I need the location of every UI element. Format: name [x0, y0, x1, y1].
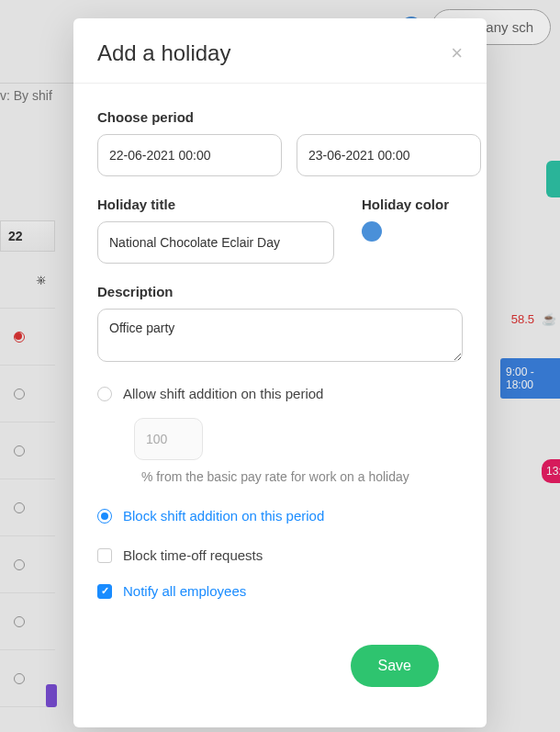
save-button[interactable]: Save — [351, 645, 439, 687]
period-label: Choose period — [97, 109, 463, 125]
modal-title: Add a holiday — [97, 40, 230, 66]
holiday-title-input[interactable] — [97, 221, 334, 264]
notify-employees-label: Notify all employees — [123, 583, 246, 599]
close-button[interactable]: × — [451, 43, 463, 63]
description-label: Description — [97, 284, 463, 299]
holiday-color-label: Holiday color — [362, 197, 463, 212]
modal-overlay: Add a holiday × Choose period Holiday ti… — [0, 0, 560, 732]
block-shift-label: Block shift addition on this period — [123, 508, 324, 524]
check-icon: ✓ — [101, 585, 109, 597]
allow-shift-radio[interactable] — [97, 387, 112, 401]
holiday-title-label: Holiday title — [97, 197, 334, 212]
block-shift-radio[interactable] — [97, 509, 112, 524]
period-from-input[interactable] — [97, 134, 282, 176]
notify-employees-checkbox[interactable]: ✓ — [97, 584, 112, 599]
allow-shift-label: Allow shift addition on this period — [123, 386, 323, 401]
radio-dot-icon — [101, 512, 108, 520]
close-icon: × — [451, 41, 463, 64]
block-timeoff-checkbox[interactable] — [97, 548, 112, 563]
period-to-input[interactable] — [297, 134, 481, 176]
pay-rate-hint: % from the basic pay rate for work on a … — [141, 469, 463, 484]
add-holiday-modal: Add a holiday × Choose period Holiday ti… — [73, 18, 487, 727]
color-picker[interactable] — [362, 221, 382, 242]
description-input[interactable] — [97, 309, 463, 362]
block-timeoff-label: Block time-off requests — [123, 547, 263, 563]
pay-rate-input — [134, 418, 203, 460]
